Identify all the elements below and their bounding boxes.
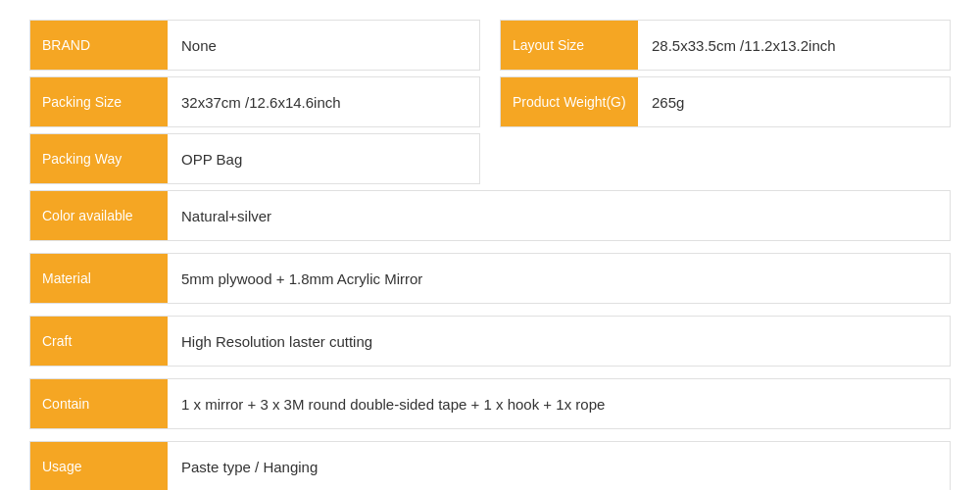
color-available-label: Color available	[30, 191, 168, 240]
layout-size-value: 28.5x33.5cm /11.2x13.2inch	[638, 21, 950, 70]
material-row: Material 5mm plywood + 1.8mm Acrylic Mir…	[29, 253, 951, 304]
contain-value: 1 x mirror + 3 x 3M round double-sided t…	[168, 379, 950, 428]
packing-way-value: OPP Bag	[168, 134, 479, 183]
product-weight-label: Product Weight(G)	[501, 77, 638, 126]
layout-size-row: Layout Size 28.5x33.5cm /11.2x13.2inch	[500, 20, 951, 71]
craft-value: High Resolution laster cutting	[168, 317, 950, 366]
usage-value: Paste type / Hanging	[168, 442, 950, 490]
packing-size-value: 32x37cm /12.6x14.6inch	[168, 77, 479, 126]
packing-size-row: Packing Size 32x37cm /12.6x14.6inch	[29, 76, 480, 127]
brand-value: None	[168, 21, 479, 70]
product-weight-row: Product Weight(G) 265g	[500, 76, 951, 127]
color-available-value: Natural+silver	[168, 191, 950, 240]
packing-way-label: Packing Way	[30, 134, 168, 183]
usage-label: Usage	[30, 442, 168, 490]
brand-row: BRAND None	[29, 20, 480, 71]
usage-row: Usage Paste type / Hanging	[29, 441, 951, 490]
craft-row: Craft High Resolution laster cutting	[29, 316, 951, 367]
material-value: 5mm plywood + 1.8mm Acrylic Mirror	[168, 254, 950, 303]
contain-row: Contain 1 x mirror + 3 x 3M round double…	[29, 378, 951, 429]
material-label: Material	[30, 254, 168, 303]
product-weight-value: 265g	[638, 77, 950, 126]
craft-label: Craft	[30, 317, 168, 366]
contain-label: Contain	[30, 379, 168, 428]
layout-size-label: Layout Size	[501, 21, 638, 70]
packing-size-label: Packing Size	[30, 77, 168, 126]
brand-label: BRAND	[30, 21, 168, 70]
color-available-row: Color available Natural+silver	[29, 190, 951, 241]
packing-way-row: Packing Way OPP Bag	[29, 133, 480, 184]
